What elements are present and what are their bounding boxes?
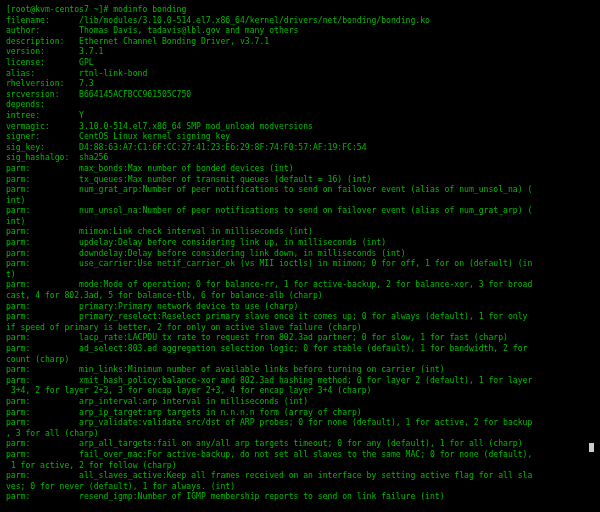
- cursor: [589, 443, 594, 452]
- terminal-output[interactable]: [root@kvm-centos7 ~]# modinfo bonding fi…: [0, 0, 600, 506]
